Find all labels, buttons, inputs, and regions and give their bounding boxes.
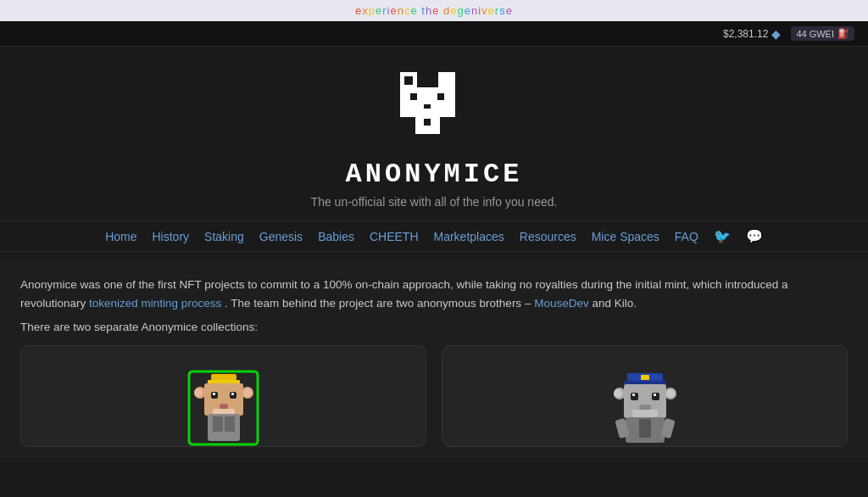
nav-genesis[interactable]: Genesis: [259, 230, 303, 243]
babies-image: [603, 361, 687, 446]
nav-discord-icon[interactable]: 💬: [746, 228, 763, 244]
intro-text-mid: . The team behind the project are two an…: [225, 297, 531, 310]
nav-babies[interactable]: Babies: [318, 230, 354, 243]
eth-price-value: $2,381.12: [723, 28, 768, 40]
intro-text-end: and Kilo.: [592, 297, 637, 310]
svg-rect-3: [400, 87, 455, 117]
svg-rect-25: [208, 414, 240, 441]
nav-resources[interactable]: Resources: [520, 230, 576, 243]
banner-text: experience the degeniverse: [355, 4, 513, 17]
svg-rect-38: [632, 394, 635, 396]
logo-container: [392, 64, 476, 152]
svg-rect-6: [424, 104, 431, 109]
mousedev-link[interactable]: MouseDev: [534, 297, 589, 310]
genesis-image: [181, 361, 266, 446]
eth-diamond-icon: ◆: [771, 27, 781, 41]
gwei-value: 44 GWEI: [796, 29, 834, 39]
anonymice-logo: [392, 64, 476, 148]
svg-rect-33: [614, 389, 622, 398]
site-title: ANONYMICE: [346, 159, 523, 190]
main-nav: Home History Staking Genesis Babies CHEE…: [0, 221, 868, 252]
svg-rect-18: [243, 388, 252, 397]
svg-rect-9: [415, 126, 440, 134]
nav-faq[interactable]: FAQ: [675, 230, 698, 243]
svg-rect-2: [404, 76, 413, 85]
svg-rect-22: [231, 393, 234, 395]
svg-rect-21: [213, 393, 215, 395]
nav-marketplaces[interactable]: Marketplaces: [434, 230, 504, 243]
svg-rect-5: [437, 93, 444, 100]
nav-cheeth[interactable]: CHEETH: [370, 230, 419, 243]
intro-paragraph: Anonymice was one of the first NFT proje…: [20, 276, 848, 312]
babies-card[interactable]: [442, 345, 848, 447]
svg-rect-27: [225, 416, 235, 432]
genesis-card[interactable]: [20, 345, 426, 447]
tokenized-minting-link[interactable]: tokenized minting process: [89, 297, 221, 310]
svg-rect-43: [639, 419, 651, 438]
nav-home[interactable]: Home: [105, 230, 136, 243]
svg-rect-16: [194, 388, 203, 397]
svg-rect-10: [424, 119, 431, 126]
nav-staking[interactable]: Staking: [204, 230, 244, 243]
gas-icon: ⛽: [837, 28, 849, 39]
svg-rect-30: [641, 375, 649, 380]
hero-section: ANONYMICE The un-official site with all …: [0, 47, 868, 260]
gwei-badge: 44 GWEI ⛽: [791, 26, 854, 41]
svg-rect-1: [438, 72, 455, 89]
genesis-mouse-art: [187, 370, 259, 446]
svg-rect-35: [666, 389, 675, 398]
eth-price-bar: $2,381.12 ◆ 44 GWEI ⛽: [0, 21, 868, 47]
collections-intro: There are two separate Anonymice collect…: [20, 321, 848, 333]
main-content: Anonymice was one of the first NFT proje…: [0, 260, 868, 462]
nav-twitter-icon[interactable]: 🐦: [714, 228, 731, 244]
svg-rect-23: [220, 404, 228, 410]
nav-mice-spaces[interactable]: Mice Spaces: [592, 230, 659, 243]
babies-mouse-art: [609, 370, 681, 446]
svg-rect-4: [410, 93, 417, 100]
svg-rect-12: [211, 374, 236, 381]
eth-price: $2,381.12 ◆: [723, 27, 781, 41]
collections-cards: [20, 345, 848, 447]
top-banner: experience the degeniverse: [0, 0, 868, 21]
svg-rect-39: [654, 394, 656, 396]
site-subtitle: The un-official site with all of the inf…: [311, 195, 558, 209]
svg-rect-26: [213, 416, 223, 432]
nav-history[interactable]: History: [153, 230, 190, 243]
svg-rect-41: [632, 410, 658, 417]
